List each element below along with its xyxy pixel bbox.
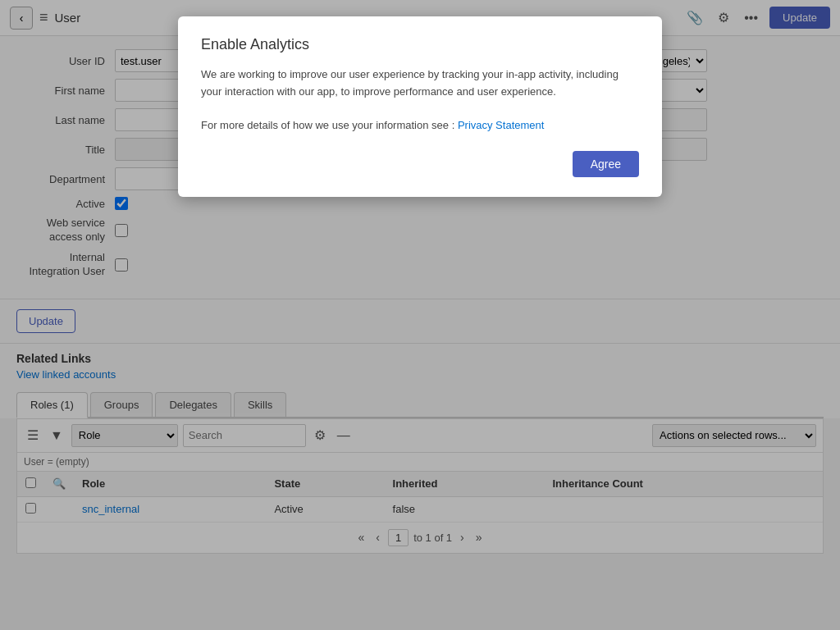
modal-overlay: Enable Analytics We are working to impro… — [0, 0, 840, 630]
modal-title: Enable Analytics — [201, 36, 639, 53]
privacy-statement-link[interactable]: Privacy Statement — [458, 119, 545, 131]
modal-body: We are working to improve our user exper… — [201, 66, 639, 135]
modal-body-text-1: We are working to improve our user exper… — [201, 68, 619, 98]
enable-analytics-modal: Enable Analytics We are working to impro… — [178, 16, 662, 197]
modal-footer: Agree — [201, 151, 639, 177]
agree-button[interactable]: Agree — [573, 151, 639, 177]
modal-body-text-2: For more details of how we use your info… — [201, 119, 454, 131]
